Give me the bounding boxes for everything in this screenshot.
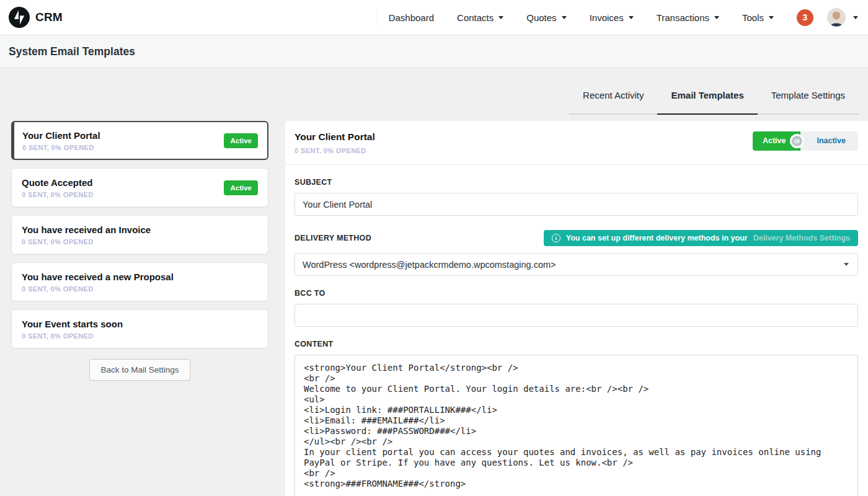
editor-header: Your Client Portal 0 SENT, 0% OPENED Act… [294, 130, 858, 154]
template-card-your-client-portal[interactable]: Your Client Portal 0 SENT, 0% OPENED Act… [11, 121, 268, 160]
nav-item-label: Transactions [657, 12, 709, 23]
chevron-down-icon [562, 16, 567, 19]
delivery-method-label: DELIVERY METHOD [294, 234, 371, 242]
delivery-method-row: DELIVERY METHOD i You can set up differe… [294, 230, 858, 246]
template-card-event-starts-soon[interactable]: Your Event starts soon 0 SENT, 0% OPENED [11, 309, 268, 348]
template-title: You have received a new Proposal [22, 272, 174, 282]
template-stats: 0 SENT, 0% OPENED [22, 285, 174, 293]
bcc-label: BCC TO [294, 289, 858, 298]
chevron-down-icon [714, 16, 719, 19]
nav-item-quotes[interactable]: Quotes [526, 12, 566, 23]
template-card-new-proposal[interactable]: You have received a new Proposal 0 SENT,… [11, 262, 268, 301]
content-label: CONTENT [294, 340, 858, 348]
brand-name: CRM [35, 11, 63, 24]
toggle-inactive-option[interactable]: Inactive [800, 131, 858, 151]
delivery-methods-settings-link[interactable]: Delivery Methods Settings [753, 234, 850, 242]
subject-label: SUBJECT [294, 178, 858, 187]
tab-email-templates[interactable]: Email Templates [657, 78, 757, 115]
status-badge: Active [224, 133, 258, 148]
nav-menu: Dashboard Contacts Quotes Invoices Trans… [377, 8, 858, 27]
top-nav: CRM Dashboard Contacts Quotes Invoices T… [0, 0, 868, 35]
chevron-down-icon [769, 16, 774, 19]
template-stats: 0 SENT, 0% OPENED [22, 332, 123, 340]
template-title: Your Client Portal [22, 130, 100, 141]
content-textarea[interactable]: <strong>Your Client Portal</strong><br /… [294, 355, 858, 496]
nav-item-dashboard[interactable]: Dashboard [389, 12, 434, 23]
chevron-down-icon [498, 16, 503, 19]
subject-input[interactable] [294, 193, 858, 216]
delivery-info-pill: i You can set up different delivery meth… [544, 230, 858, 246]
page-title: System Email Templates [9, 45, 135, 58]
divider [285, 164, 868, 165]
back-button-row: Back to Mail Settings [11, 359, 268, 381]
page-body: Recent Activity Email Templates Template… [0, 68, 868, 496]
tab-bar: Recent Activity Email Templates Template… [569, 78, 859, 115]
status-badge: Active [224, 180, 258, 195]
template-title: Quote Accepted [22, 177, 94, 188]
template-title: You have received an Invoice [22, 224, 151, 235]
chevron-down-icon [629, 16, 634, 19]
title-bar: System Email Templates [0, 35, 868, 68]
template-title: Your Event starts soon [22, 319, 123, 329]
template-list: Your Client Portal 0 SENT, 0% OPENED Act… [11, 121, 268, 381]
tab-recent-activity[interactable]: Recent Activity [569, 78, 657, 113]
chevron-down-icon [853, 16, 858, 19]
template-card-text: Your Event starts soon 0 SENT, 0% OPENED [22, 319, 123, 340]
nav-item-invoices[interactable]: Invoices [590, 12, 634, 23]
nav-item-tools[interactable]: Tools [742, 12, 774, 23]
template-card-invoice-received[interactable]: You have received an Invoice 0 SENT, 0% … [11, 215, 268, 254]
info-icon: i [552, 234, 560, 242]
template-card-text: Quote Accepted 0 SENT, 0% OPENED [22, 177, 94, 198]
nav-item-label: Quotes [526, 12, 556, 23]
active-inactive-toggle[interactable]: Active Inactive or [753, 131, 858, 151]
bcc-input[interactable] [294, 304, 858, 327]
nav-item-transactions[interactable]: Transactions [657, 12, 719, 23]
nav-item-label: Tools [742, 12, 764, 23]
delivery-method-select[interactable]: WordPress <wordpress@jetpackcrmdemo.wpco… [294, 253, 858, 276]
template-editor-panel: Your Client Portal 0 SENT, 0% OPENED Act… [285, 121, 868, 496]
nav-item-contacts[interactable]: Contacts [457, 12, 503, 23]
template-card-text: You have received an Invoice 0 SENT, 0% … [22, 224, 151, 246]
editor-title: Your Client Portal [294, 131, 375, 143]
avatar [827, 8, 846, 27]
nav-item-label: Contacts [457, 12, 494, 23]
template-stats: 0 SENT, 0% OPENED [22, 144, 100, 151]
chevron-down-icon [844, 263, 849, 266]
jetpack-bolt-icon [9, 7, 30, 28]
nav-item-label: Invoices [590, 12, 624, 23]
template-card-text: You have received a new Proposal 0 SENT,… [22, 272, 174, 293]
template-card-quote-accepted[interactable]: Quote Accepted 0 SENT, 0% OPENED Active [11, 168, 268, 207]
template-stats: 0 SENT, 0% OPENED [22, 191, 94, 198]
delivery-method-selected-value: WordPress <wordpress@jetpackcrmdemo.wpco… [303, 260, 556, 270]
template-stats: 0 SENT, 0% OPENED [22, 238, 151, 246]
back-to-mail-settings-button[interactable]: Back to Mail Settings [89, 359, 190, 381]
notification-badge[interactable]: 3 [797, 9, 813, 26]
tab-template-settings[interactable]: Template Settings [758, 78, 859, 113]
editor-stats: 0 SENT, 0% OPENED [294, 147, 375, 154]
brand-logo[interactable]: CRM [9, 7, 63, 28]
user-menu[interactable] [827, 8, 858, 27]
delivery-info-text: You can set up different delivery method… [566, 234, 748, 242]
nav-item-label: Dashboard [389, 12, 434, 23]
editor-header-text: Your Client Portal 0 SENT, 0% OPENED [294, 131, 375, 154]
template-card-text: Your Client Portal 0 SENT, 0% OPENED [22, 130, 100, 151]
toggle-or-label: or [790, 134, 804, 148]
